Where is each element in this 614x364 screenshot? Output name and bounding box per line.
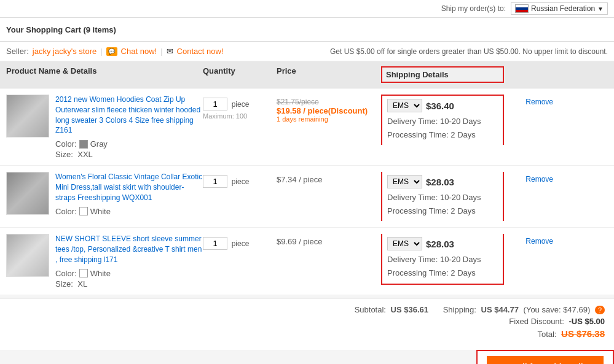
shipping-method-select-3[interactable]: EMS [387, 237, 422, 250]
original-price-1: $21.75/piece [277, 98, 381, 106]
shipping-detail-2: Delivery Time: 10-20 Days Processing Tim… [387, 191, 498, 218]
seller-link[interactable]: jacky jacky's store [33, 47, 96, 56]
product-title-3[interactable]: NEW SHORT SLEEVE short sleeve summer tee… [55, 234, 203, 265]
shipping-cell-2: EMS $28.03 Delivery Time: 10-20 Days Pro… [381, 172, 504, 221]
price-cell-2: $7.34 / piece [277, 172, 381, 184]
remaining-1: 1 days remaining [277, 115, 381, 123]
action-cell-3: Remove [504, 234, 553, 246]
qty-max-1: Maximum: 100 [203, 112, 277, 120]
qty-cell-2: piece [203, 172, 277, 188]
separator-1: | [100, 47, 102, 56]
seller-bar: Seller: jacky jacky's store | 💬 Chat now… [0, 42, 614, 61]
shipping-select-price-1: EMS $36.40 [387, 99, 498, 112]
product-color-3: Color: White [55, 269, 203, 278]
subtotal-line: Subtotal: US $36.61 Shipping: US $44.77 … [9, 305, 605, 314]
col-product: Product Name & Details [6, 66, 203, 83]
qty-input-3[interactable] [203, 237, 227, 250]
qty-unit-3: piece [232, 239, 250, 248]
buy-button-container: Buy all from this seller [476, 350, 614, 364]
separator-2: | [160, 47, 162, 56]
product-thumbnail-2 [6, 172, 49, 215]
product-color-2: Color: White [55, 207, 203, 216]
product-details-3: NEW SHORT SLEEVE short sleeve summer tee… [55, 234, 203, 288]
table-header: Product Name & Details Quantity Price Sh… [0, 61, 614, 88]
envelope-icon: ✉ [167, 47, 173, 56]
shipping-select-price-3: EMS $28.03 [387, 237, 498, 250]
col-quantity: Quantity [203, 66, 277, 83]
flag-icon [515, 4, 529, 13]
price-cell-1: $21.75/piece $19.58 / piece(Discount) 1 … [277, 95, 381, 123]
total-line: Total: US $76.38 [9, 328, 605, 339]
price-cell-3: $9.69 / piece [277, 234, 381, 246]
qty-input-1[interactable] [203, 98, 227, 110]
summary-area: Subtotal: US $36.61 Shipping: US $44.77 … [0, 298, 614, 350]
shipping-price-2: $28.03 [426, 177, 454, 187]
page-header: Your Shopping Cart (9 items) [0, 18, 614, 42]
product-thumbnail-1 [6, 95, 49, 137]
product-size-3: Size: XL [55, 279, 203, 288]
table-row: Women's Floral Classic Vintage Collar Ex… [0, 166, 614, 228]
table-row: 2012 new Women Hoodies Coat Zip Up Outer… [0, 88, 614, 166]
contact-now-link[interactable]: Contact now! [177, 47, 224, 56]
product-info-2: Women's Floral Classic Vintage Collar Ex… [6, 172, 203, 215]
remove-link-2[interactable]: Remove [525, 175, 553, 184]
product-thumbnail-3 [6, 234, 49, 277]
qty-input-2[interactable] [203, 175, 227, 188]
top-bar: Ship my order(s) to: Russian Federation … [0, 0, 614, 18]
chevron-down-icon: ▼ [597, 6, 604, 12]
color-swatch-white-3 [79, 269, 88, 277]
product-details-2: Women's Floral Classic Vintage Collar Ex… [55, 172, 203, 215]
shipping-cell-1: EMS $36.40 Delivery Time: 10-20 Days Pro… [381, 95, 504, 145]
remove-link-1[interactable]: Remove [525, 98, 553, 106]
action-cell-2: Remove [504, 172, 553, 184]
discount-notice: Get US $5.00 off for single orders great… [330, 47, 608, 56]
color-swatch-gray [79, 140, 88, 149]
shipping-detail-1: Delivery Time: 10-20 Days Processing Tim… [387, 115, 498, 142]
qty-cell-3: piece [203, 234, 277, 250]
save-badge[interactable]: ? [595, 306, 605, 314]
product-title-1[interactable]: 2012 new Women Hoodies Coat Zip Up Outer… [55, 95, 203, 136]
qty-unit-1: piece [232, 100, 250, 109]
ship-label: Ship my order(s) to: [441, 4, 506, 13]
table-row: NEW SHORT SLEEVE short sleeve summer tee… [0, 228, 614, 295]
regular-price-2: $7.34 / piece [277, 175, 322, 184]
shipping-method-select-2[interactable]: EMS [387, 175, 422, 188]
shipping-select-price-2: EMS $28.03 [387, 175, 498, 188]
product-size-1: Size: XXL [55, 150, 203, 159]
country-selector[interactable]: Russian Federation ▼ [511, 2, 608, 15]
product-color-1: Color: Gray [55, 139, 203, 149]
cart-table: Product Name & Details Quantity Price Sh… [0, 61, 614, 295]
chat-now-link[interactable]: Chat now! [121, 47, 157, 56]
remove-link-3[interactable]: Remove [525, 237, 553, 246]
qty-cell-1: piece Maximum: 100 [203, 95, 277, 120]
product-info-3: NEW SHORT SLEEVE short sleeve summer tee… [6, 234, 203, 288]
buy-all-button[interactable]: Buy all from this seller [487, 356, 604, 364]
regular-price-3: $9.69 / piece [277, 237, 322, 246]
col-shipping: Shipping Details [381, 66, 504, 83]
shipping-price-3: $28.03 [426, 239, 454, 249]
seller-label: Seller: [6, 47, 29, 56]
col-action [504, 66, 553, 83]
shipping-price-1: $36.40 [426, 101, 454, 111]
total-value: US $76.38 [561, 328, 605, 339]
col-price: Price [277, 66, 381, 83]
color-swatch-white-2 [79, 207, 88, 215]
fixed-discount-line: Fixed Discount: -US $5.00 [9, 317, 605, 326]
discount-price-1: $19.58 / piece(Discount) [277, 106, 381, 115]
action-cell-1: Remove [504, 95, 553, 106]
product-title-2[interactable]: Women's Floral Classic Vintage Collar Ex… [55, 172, 203, 203]
chat-icon: 💬 [106, 47, 117, 56]
shipping-cell-3: EMS $28.03 Delivery Time: 10-20 Days Pro… [381, 234, 504, 284]
product-info-1: 2012 new Women Hoodies Coat Zip Up Outer… [6, 95, 203, 159]
product-details-1: 2012 new Women Hoodies Coat Zip Up Outer… [55, 95, 203, 159]
qty-unit-2: piece [232, 177, 250, 186]
country-name: Russian Federation [531, 4, 595, 13]
shipping-detail-3: Delivery Time: 10-20 Days Processing Tim… [387, 253, 498, 280]
shipping-method-select-1[interactable]: EMS [387, 99, 422, 112]
